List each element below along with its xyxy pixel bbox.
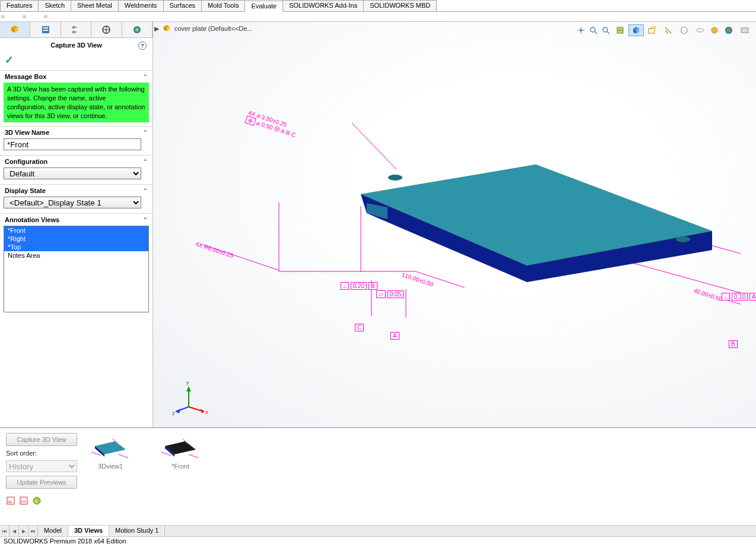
- svg-line-11: [595, 31, 597, 34]
- message-box-text: A 3D View has been captured with the fol…: [4, 83, 149, 122]
- property-title-text: Capture 3D View: [50, 42, 102, 49]
- part-icon: [163, 24, 171, 33]
- dimxpert-manager-tab[interactable]: [91, 22, 122, 37]
- capture-3d-view-button[interactable]: Capture 3D View: [6, 433, 77, 446]
- zoom-to-fit-button[interactable]: [575, 24, 587, 36]
- svg-line-34: [726, 300, 741, 304]
- svg-line-58: [91, 452, 101, 456]
- display-style-button[interactable]: [644, 24, 660, 36]
- configuration-manager-tab[interactable]: [61, 22, 91, 37]
- bottom-tab-3d-views[interactable]: 3D Views: [68, 526, 109, 536]
- hide-show-items-button[interactable]: [660, 24, 676, 36]
- property-manager-tab[interactable]: [30, 22, 61, 37]
- collapse-icon[interactable]: ⌃: [143, 188, 148, 194]
- help-icon[interactable]: ?: [138, 42, 147, 50]
- graphics-viewport[interactable]: ▶ cover plate (Default<<De...: [153, 22, 756, 427]
- tab-nav-last[interactable]: ⏭: [28, 526, 38, 536]
- dim-flatness-2: ⟂ 0.10 A: [722, 293, 756, 301]
- bottom-tab-bar: ⏮ ◀ ▶ ⏭ Model3D ViewsMotion Study 1: [0, 525, 756, 536]
- apply-scene-button[interactable]: [693, 24, 708, 36]
- feature-tree-tab[interactable]: [0, 22, 30, 37]
- orientation-triad[interactable]: x y z: [171, 378, 212, 420]
- svg-point-9: [580, 29, 582, 31]
- edit-appearance-button[interactable]: [676, 24, 692, 36]
- display-state-select[interactable]: <Default>_Display State 1: [4, 197, 141, 208]
- command-tab-features[interactable]: Features: [0, 0, 39, 11]
- command-tab-weldments[interactable]: Weldments: [118, 0, 164, 11]
- svg-rect-3: [72, 26, 75, 29]
- sort-order-select[interactable]: History: [6, 460, 77, 472]
- command-tab-solidworks-add-ins[interactable]: SOLIDWORKS Add-Ins: [282, 0, 364, 11]
- previous-view-button[interactable]: [600, 24, 612, 36]
- collapse-icon[interactable]: ⌃: [143, 159, 148, 165]
- tab-nav-first[interactable]: ⏮: [0, 526, 9, 536]
- svg-text:e: e: [35, 498, 38, 504]
- command-tab-surfaces[interactable]: Surfaces: [163, 0, 202, 11]
- svg-point-22: [725, 27, 732, 34]
- display-manager-tab[interactable]: [122, 22, 153, 37]
- command-tab-sheet-metal[interactable]: Sheet Metal: [71, 0, 119, 11]
- command-manager-tabs: FeaturesSketchSheet MetalWeldmentsSurfac…: [0, 0, 756, 12]
- svg-rect-1: [43, 27, 48, 29]
- svg-rect-2: [43, 30, 48, 31]
- svg-line-60: [119, 454, 128, 458]
- bottom-tab-motion-study-1[interactable]: Motion Study 1: [109, 526, 165, 536]
- datum-a: A: [390, 332, 399, 340]
- annotation-view-item[interactable]: *Top: [4, 243, 148, 251]
- 3d-view-thumbnail[interactable]: *Front: [159, 433, 202, 520]
- annotation-views-list[interactable]: *Front*Right*TopNotes Area: [4, 226, 149, 312]
- command-tab-solidworks-mbd[interactable]: SOLIDWORKS MBD: [363, 0, 437, 11]
- 3d-view-thumbnail[interactable]: 3Dview1: [89, 433, 132, 520]
- section-view-button[interactable]: [612, 24, 628, 36]
- heads-up-toolbar: [575, 24, 752, 36]
- command-sub-strip: [0, 12, 756, 21]
- svg-point-10: [590, 27, 595, 32]
- section-annotation-views: Annotation Views: [5, 216, 59, 223]
- bottom-tab-model[interactable]: Model: [38, 526, 68, 536]
- svg-marker-44: [186, 387, 191, 391]
- breadcrumb[interactable]: ▶ cover plate (Default<<De...: [154, 24, 252, 33]
- svg-point-21: [711, 27, 717, 33]
- datum-b: B: [729, 340, 738, 348]
- export-edrawings-icon[interactable]: e: [32, 496, 42, 505]
- svg-point-39: [388, 175, 402, 181]
- update-previews-button[interactable]: Update Previews: [6, 476, 77, 489]
- tab-nav-next[interactable]: ▶: [19, 526, 28, 536]
- svg-line-65: [189, 454, 198, 458]
- feature-manager-panel: Capture 3D View ? ✓ Message Box⌃ A 3D Vi…: [0, 22, 153, 427]
- tab-nav-prev[interactable]: ◀: [9, 526, 19, 536]
- svg-line-13: [607, 31, 609, 34]
- configuration-select[interactable]: Default: [4, 167, 141, 179]
- collapse-icon[interactable]: ⌃: [143, 74, 148, 80]
- annotation-view-item[interactable]: Notes Area: [4, 251, 148, 260]
- render-tools-button[interactable]: [721, 24, 736, 36]
- svg-point-8: [134, 26, 141, 33]
- sort-order-label: Sort order:: [6, 450, 77, 457]
- viewport-layout-button[interactable]: [737, 24, 752, 36]
- zoom-to-area-button[interactable]: [587, 24, 599, 36]
- export-step-icon[interactable]: STP: [19, 496, 28, 505]
- datum-c: C: [355, 324, 364, 331]
- svg-rect-16: [649, 29, 655, 33]
- feature-manager-tab-strip: [0, 22, 153, 38]
- command-tab-evaluate[interactable]: Evaluate: [244, 1, 283, 12]
- section-display-state: Display State: [5, 187, 46, 194]
- view-orientation-button[interactable]: [628, 24, 644, 36]
- view-name-input[interactable]: [4, 138, 141, 150]
- dim-perpendicular: ⟂ 0.20 B: [341, 282, 377, 290]
- breadcrumb-expand-icon[interactable]: ▶: [154, 25, 159, 33]
- collapse-icon[interactable]: ⌃: [143, 217, 148, 223]
- view-settings-button[interactable]: [709, 24, 720, 36]
- ok-button[interactable]: ✓: [5, 54, 14, 66]
- command-tab-sketch[interactable]: Sketch: [38, 0, 71, 11]
- section-configuration: Configuration: [5, 158, 47, 165]
- export-3d-pdf-icon[interactable]: 3D: [6, 496, 15, 505]
- property-manager-title: Capture 3D View ?: [0, 38, 153, 52]
- command-tab-mold-tools[interactable]: Mold Tools: [201, 0, 245, 11]
- collapse-icon[interactable]: ⌃: [143, 129, 148, 135]
- svg-text:3D: 3D: [8, 500, 12, 504]
- svg-rect-23: [741, 28, 748, 33]
- svg-line-24: [352, 123, 396, 169]
- annotation-view-item[interactable]: *Front: [4, 226, 148, 235]
- annotation-view-item[interactable]: *Right: [4, 235, 148, 243]
